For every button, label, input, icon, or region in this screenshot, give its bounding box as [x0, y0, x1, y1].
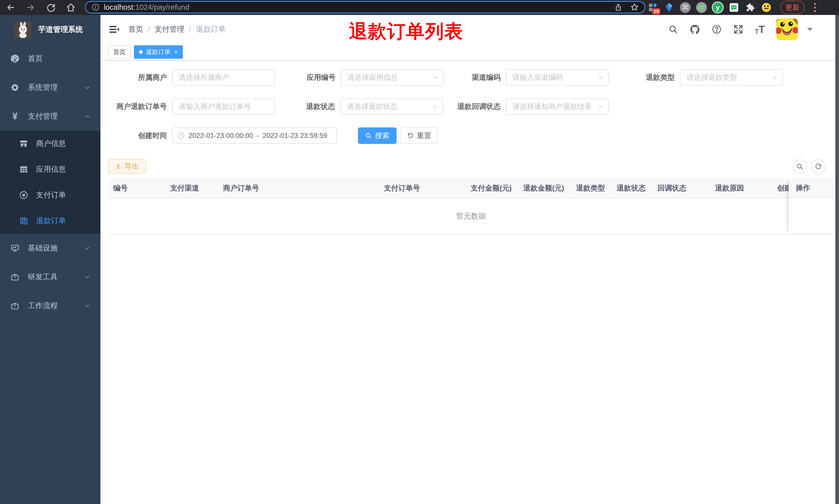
browser-update-button[interactable]: 更新	[780, 1, 804, 14]
navbar-actions: TT	[668, 19, 827, 40]
sidebar-item-infra[interactable]: 基础设施	[0, 234, 101, 263]
extension-green-dot-icon[interactable]	[696, 2, 708, 13]
breadcrumb-pay[interactable]: 支付管理	[155, 24, 184, 35]
extension-y-icon[interactable]: y	[712, 2, 724, 13]
font-size-icon[interactable]: TT	[755, 24, 765, 35]
callback-status-select[interactable]	[506, 98, 609, 115]
column-header: 支付金额(元)	[466, 183, 518, 193]
app-logo	[14, 21, 31, 38]
sidebar-item-pay[interactable]: ¥ 支付管理	[0, 102, 101, 131]
sidebar-item-merchant-info[interactable]: 商户信息	[0, 131, 101, 157]
extension-row: 10 ⌘ y 更新	[647, 0, 817, 15]
briefcase-icon	[10, 301, 20, 310]
browser-chrome: localhost:1024/pay/refund 10 ⌘ y	[0, 0, 839, 15]
extension-kite-icon[interactable]	[663, 2, 675, 13]
sidebar-item-system[interactable]: 系统管理	[0, 73, 101, 102]
back-icon[interactable]	[6, 3, 15, 12]
column-header: 编号	[108, 183, 165, 193]
browser-scrollbar[interactable]	[835, 15, 839, 504]
table-refresh-button[interactable]	[811, 159, 826, 174]
filter-app-no: 应用编号	[274, 69, 444, 86]
user-avatar[interactable]	[776, 19, 798, 40]
share-icon[interactable]	[614, 3, 622, 11]
help-icon[interactable]	[712, 24, 722, 35]
column-header: 支付渠道	[165, 183, 218, 193]
extension-tiles-icon[interactable]: 10	[647, 2, 659, 13]
address-bar[interactable]: localhost:1024/pay/refund	[85, 1, 645, 13]
top-navbar: 首页 / 支付管理 / 退款订单 退款订单列表 TT	[101, 15, 835, 44]
extension-command-icon[interactable]: ⌘	[679, 2, 691, 13]
filter-label: 创建时间	[105, 131, 167, 141]
app-logo-row[interactable]: 芋道管理系统	[0, 15, 101, 44]
search-icon[interactable]	[668, 24, 678, 34]
column-header: 回调状态	[652, 183, 710, 193]
clock-icon	[177, 132, 185, 140]
column-header: 退款状态	[612, 183, 652, 193]
sidebar-item-home[interactable]: 首页	[0, 44, 101, 73]
date-start: 2022-01-23 00:00:00	[189, 132, 253, 140]
breadcrumb-home[interactable]: 首页	[128, 24, 143, 35]
browser-menu-icon[interactable]	[813, 2, 817, 13]
url-host: localhost	[104, 3, 133, 11]
monitor-chart-icon	[10, 244, 20, 253]
app-no-select[interactable]	[341, 69, 444, 86]
reset-button[interactable]: 重置	[400, 127, 438, 144]
export-button[interactable]: 导出	[108, 159, 146, 174]
chevron-down-icon	[84, 274, 91, 280]
sidebar-item-label: 首页	[28, 54, 43, 64]
sidebar-item-label: 系统管理	[28, 83, 58, 93]
bookmark-star-icon[interactable]	[630, 3, 639, 12]
sidebar-item-refund-order[interactable]: 退款订单	[0, 208, 101, 234]
date-end: 2022-01-23 23:59:59	[263, 132, 327, 140]
refund-status-select[interactable]	[340, 98, 443, 115]
filter-merchant-refund-no: 商户退款订单号	[103, 98, 275, 115]
github-icon[interactable]	[690, 24, 700, 35]
sidebar-item-label: 研发工具	[28, 272, 58, 282]
extensions-puzzle-icon[interactable]	[744, 2, 756, 13]
filter-callback-status: 退款回调状态	[434, 98, 609, 115]
column-header: 商户订单号	[218, 183, 379, 193]
filter-label: 退款类型	[610, 73, 675, 83]
fixed-operation-column: 操作	[788, 178, 834, 234]
coin-yen-icon: ¥	[19, 191, 29, 200]
tags-bar: 首页 退款订单 ×	[101, 44, 835, 61]
reload-icon[interactable]	[46, 3, 56, 12]
avatar-caret-icon[interactable]	[807, 28, 813, 31]
sidebar: 芋道管理系统 首页 系统管理 ¥ 支付管理 商户信息	[0, 15, 101, 504]
sidebar-item-label: 应用信息	[36, 164, 66, 175]
filter-label: 商户退款订单号	[103, 102, 167, 111]
home-icon[interactable]	[66, 3, 76, 12]
filter-refund-status: 退款状态	[284, 98, 443, 115]
chevron-down-icon	[84, 84, 91, 91]
channel-code-select[interactable]	[506, 69, 609, 86]
sidebar-item-label: 退款订单	[36, 216, 66, 226]
sidebar-item-dev-tools[interactable]: 研发工具	[0, 263, 101, 291]
merchant-refund-no-input[interactable]	[172, 98, 275, 115]
filter-label: 渠道编码	[439, 73, 501, 83]
search-button[interactable]: 搜索	[358, 127, 397, 144]
sidebar-item-pay-order[interactable]: ¥ 支付订单	[0, 182, 101, 208]
gear-icon	[10, 83, 20, 92]
date-range-picker[interactable]: 2022-01-23 00:00:00 - 2022-01-23 23:59:5…	[172, 127, 337, 144]
filter-refund-type: 退款类型	[610, 69, 783, 86]
sidebar-item-label: 商户信息	[36, 139, 66, 149]
sidebar-collapse-icon[interactable]	[109, 24, 120, 35]
site-info-icon[interactable]	[91, 3, 100, 11]
tag-home[interactable]: 首页	[108, 45, 131, 59]
tag-close-icon[interactable]: ×	[174, 48, 178, 56]
fullscreen-icon[interactable]	[733, 24, 744, 35]
table-search-toggle-button[interactable]	[793, 159, 807, 174]
sidebar-item-workflow[interactable]: 工作流程	[0, 291, 101, 320]
table-header-row: 编号 支付渠道 商户订单号 支付订单号 支付金额(元) 退款金额(元) 退款类型…	[108, 178, 834, 198]
filter-channel-code: 渠道编码	[439, 69, 609, 86]
page-annotation: 退款订单列表	[349, 19, 463, 44]
merchant-input[interactable]	[172, 69, 275, 86]
tag-refund-order[interactable]: 退款订单 ×	[134, 45, 183, 59]
refund-type-select[interactable]	[680, 69, 783, 86]
extension-emoji-icon[interactable]	[761, 2, 772, 13]
sidebar-item-app-info[interactable]: 应用信息	[0, 157, 101, 182]
forward-icon[interactable]	[26, 3, 36, 12]
sidebar-submenu-pay: 商户信息 应用信息 ¥ 支付订单 退款订单	[0, 131, 101, 234]
breadcrumb-current: 退款订单	[196, 24, 226, 35]
extension-chat-icon[interactable]	[728, 2, 740, 13]
